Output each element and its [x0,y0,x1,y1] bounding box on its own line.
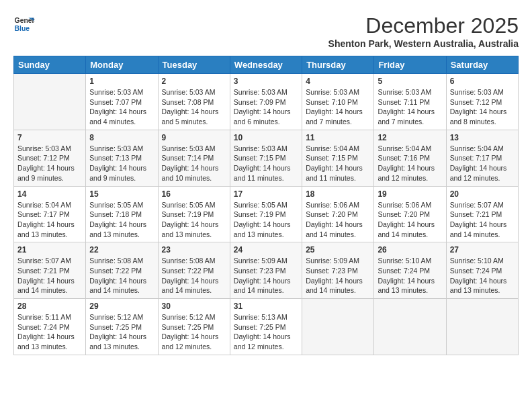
logo-icon: General Blue [13,13,35,35]
day-number: 27 [450,245,515,255]
day-info: Sunrise: 5:03 AM Sunset: 7:12 PM Dayligh… [450,87,515,127]
day-number: 7 [17,133,82,142]
day-info: Sunrise: 5:03 AM Sunset: 7:12 PM Dayligh… [17,144,82,183]
day-info: Sunrise: 5:03 AM Sunset: 7:15 PM Dayligh… [234,144,298,183]
day-info: Sunrise: 5:07 AM Sunset: 7:21 PM Dayligh… [450,200,515,240]
day-info: Sunrise: 5:08 AM Sunset: 7:22 PM Dayligh… [89,256,154,295]
day-number: 25 [306,245,370,255]
location: Shenton Park, Western Australia, Austral… [328,38,519,49]
calendar-cell: 28Sunrise: 5:11 AM Sunset: 7:24 PM Dayli… [14,299,86,355]
logo: General Blue [13,13,35,35]
day-header-friday: Friday [374,56,446,74]
day-number: 31 [234,302,298,311]
calendar-cell: 25Sunrise: 5:09 AM Sunset: 7:23 PM Dayli… [302,242,374,299]
day-number: 14 [17,189,82,199]
calendar-table: SundayMondayTuesdayWednesdayThursdayFrid… [13,56,519,355]
day-number: 9 [162,133,226,142]
day-info: Sunrise: 5:03 AM Sunset: 7:09 PM Dayligh… [234,87,298,127]
calendar-cell: 16Sunrise: 5:05 AM Sunset: 7:19 PM Dayli… [158,186,230,242]
day-info: Sunrise: 5:12 AM Sunset: 7:25 PM Dayligh… [162,312,226,352]
week-row-5: 28Sunrise: 5:11 AM Sunset: 7:24 PM Dayli… [14,299,519,355]
day-info: Sunrise: 5:05 AM Sunset: 7:19 PM Dayligh… [162,200,226,240]
calendar-cell: 26Sunrise: 5:10 AM Sunset: 7:24 PM Dayli… [374,242,446,299]
day-number: 29 [89,302,154,311]
calendar-cell: 3Sunrise: 5:03 AM Sunset: 7:09 PM Daylig… [230,74,302,130]
calendar-cell: 14Sunrise: 5:04 AM Sunset: 7:17 PM Dayli… [14,186,86,242]
day-info: Sunrise: 5:04 AM Sunset: 7:15 PM Dayligh… [306,144,370,183]
day-info: Sunrise: 5:10 AM Sunset: 7:24 PM Dayligh… [378,256,442,295]
day-info: Sunrise: 5:13 AM Sunset: 7:25 PM Dayligh… [234,312,298,352]
calendar-cell: 8Sunrise: 5:03 AM Sunset: 7:13 PM Daylig… [86,130,158,186]
calendar-cell: 31Sunrise: 5:13 AM Sunset: 7:25 PM Dayli… [230,299,302,355]
calendar-cell: 18Sunrise: 5:06 AM Sunset: 7:20 PM Dayli… [302,186,374,242]
month-title: December 2025 [328,13,519,38]
day-number: 21 [17,245,82,255]
page-header: General Blue December 2025 Shenton Park,… [13,13,519,49]
day-info: Sunrise: 5:05 AM Sunset: 7:18 PM Dayligh… [89,200,154,240]
calendar-cell: 1Sunrise: 5:03 AM Sunset: 7:07 PM Daylig… [86,74,158,130]
day-info: Sunrise: 5:03 AM Sunset: 7:11 PM Dayligh… [378,87,442,127]
day-number: 3 [234,77,298,86]
calendar-cell: 9Sunrise: 5:03 AM Sunset: 7:14 PM Daylig… [158,130,230,186]
day-info: Sunrise: 5:07 AM Sunset: 7:21 PM Dayligh… [17,256,82,295]
day-info: Sunrise: 5:04 AM Sunset: 7:16 PM Dayligh… [378,144,442,183]
title-block: December 2025 Shenton Park, Western Aust… [328,13,519,49]
day-info: Sunrise: 5:03 AM Sunset: 7:08 PM Dayligh… [162,87,226,127]
day-info: Sunrise: 5:03 AM Sunset: 7:14 PM Dayligh… [162,144,226,183]
calendar-cell: 6Sunrise: 5:03 AM Sunset: 7:12 PM Daylig… [446,74,518,130]
day-header-monday: Monday [86,56,158,74]
day-number: 2 [162,77,226,86]
calendar-cell: 24Sunrise: 5:09 AM Sunset: 7:23 PM Dayli… [230,242,302,299]
calendar-cell: 21Sunrise: 5:07 AM Sunset: 7:21 PM Dayli… [14,242,86,299]
calendar-cell: 22Sunrise: 5:08 AM Sunset: 7:22 PM Dayli… [86,242,158,299]
calendar-cell: 23Sunrise: 5:08 AM Sunset: 7:22 PM Dayli… [158,242,230,299]
day-info: Sunrise: 5:03 AM Sunset: 7:13 PM Dayligh… [89,144,154,183]
day-number: 15 [89,189,154,199]
day-number: 30 [162,302,226,311]
day-number: 18 [306,189,370,199]
day-info: Sunrise: 5:04 AM Sunset: 7:17 PM Dayligh… [450,144,515,183]
day-info: Sunrise: 5:11 AM Sunset: 7:24 PM Dayligh… [17,312,82,352]
calendar-cell: 11Sunrise: 5:04 AM Sunset: 7:15 PM Dayli… [302,130,374,186]
calendar-cell: 10Sunrise: 5:03 AM Sunset: 7:15 PM Dayli… [230,130,302,186]
day-info: Sunrise: 5:05 AM Sunset: 7:19 PM Dayligh… [234,200,298,240]
calendar-cell: 13Sunrise: 5:04 AM Sunset: 7:17 PM Dayli… [446,130,518,186]
week-row-1: 1Sunrise: 5:03 AM Sunset: 7:07 PM Daylig… [14,74,519,130]
day-info: Sunrise: 5:04 AM Sunset: 7:17 PM Dayligh… [17,200,82,240]
day-info: Sunrise: 5:12 AM Sunset: 7:25 PM Dayligh… [89,312,154,352]
day-header-wednesday: Wednesday [230,56,302,74]
calendar-header-row: SundayMondayTuesdayWednesdayThursdayFrid… [14,56,519,74]
day-info: Sunrise: 5:08 AM Sunset: 7:22 PM Dayligh… [162,256,226,295]
calendar-cell: 4Sunrise: 5:03 AM Sunset: 7:10 PM Daylig… [302,74,374,130]
day-number: 19 [378,189,442,199]
day-number: 16 [162,189,226,199]
day-number: 22 [89,245,154,255]
calendar-cell: 27Sunrise: 5:10 AM Sunset: 7:24 PM Dayli… [446,242,518,299]
calendar-cell: 12Sunrise: 5:04 AM Sunset: 7:16 PM Dayli… [374,130,446,186]
day-number: 13 [450,133,515,142]
day-number: 8 [89,133,154,142]
day-info: Sunrise: 5:09 AM Sunset: 7:23 PM Dayligh… [306,256,370,295]
calendar-cell: 7Sunrise: 5:03 AM Sunset: 7:12 PM Daylig… [14,130,86,186]
calendar-cell: 30Sunrise: 5:12 AM Sunset: 7:25 PM Dayli… [158,299,230,355]
calendar-cell: 20Sunrise: 5:07 AM Sunset: 7:21 PM Dayli… [446,186,518,242]
calendar-cell [302,299,374,355]
day-info: Sunrise: 5:06 AM Sunset: 7:20 PM Dayligh… [306,200,370,240]
day-info: Sunrise: 5:03 AM Sunset: 7:07 PM Dayligh… [89,87,154,127]
day-number: 17 [234,189,298,199]
day-header-sunday: Sunday [14,56,86,74]
day-number: 10 [234,133,298,142]
day-header-tuesday: Tuesday [158,56,230,74]
calendar-cell: 2Sunrise: 5:03 AM Sunset: 7:08 PM Daylig… [158,74,230,130]
day-number: 28 [17,302,82,311]
day-number: 1 [89,77,154,86]
calendar-cell [14,74,86,130]
day-number: 23 [162,245,226,255]
day-number: 20 [450,189,515,199]
calendar-cell: 15Sunrise: 5:05 AM Sunset: 7:18 PM Dayli… [86,186,158,242]
day-number: 5 [378,77,442,86]
day-number: 24 [234,245,298,255]
day-number: 6 [450,77,515,86]
day-header-thursday: Thursday [302,56,374,74]
day-info: Sunrise: 5:09 AM Sunset: 7:23 PM Dayligh… [234,256,298,295]
